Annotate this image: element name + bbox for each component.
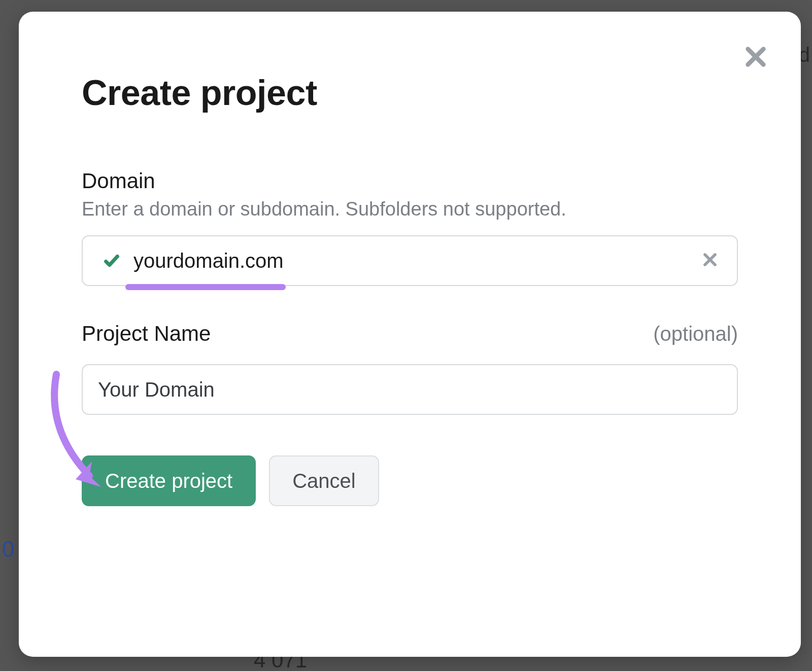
close-icon <box>744 45 767 68</box>
project-name-input[interactable] <box>82 364 738 415</box>
background-fragment-left: 0 <box>2 537 14 562</box>
project-name-optional: (optional) <box>653 323 738 345</box>
project-name-field-group: Project Name (optional) <box>82 322 738 415</box>
create-project-button[interactable]: Create project <box>82 455 256 506</box>
checkmark-icon <box>103 252 120 269</box>
domain-help-text: Enter a domain or subdomain. Subfolders … <box>82 198 738 220</box>
annotation-underline <box>125 284 286 290</box>
domain-input[interactable] <box>82 235 738 286</box>
project-name-label-row: Project Name (optional) <box>82 322 738 351</box>
cancel-button[interactable]: Cancel <box>269 455 379 506</box>
create-project-modal: Create project Domain Enter a domain or … <box>19 12 801 657</box>
x-icon <box>702 252 718 267</box>
domain-label: Domain <box>82 169 738 193</box>
project-name-label: Project Name <box>82 322 211 346</box>
domain-field-group: Domain Enter a domain or subdomain. Subf… <box>82 169 738 286</box>
modal-title: Create project <box>82 73 738 113</box>
clear-domain-button[interactable] <box>702 252 720 269</box>
domain-input-wrap <box>82 235 738 286</box>
button-row: Create project Cancel <box>82 455 738 506</box>
close-button[interactable] <box>742 43 769 70</box>
